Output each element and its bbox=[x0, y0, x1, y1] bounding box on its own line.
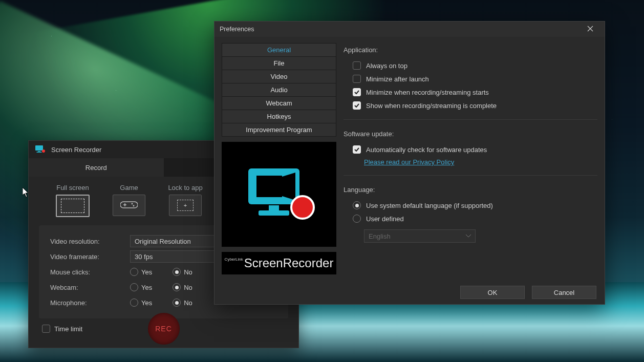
use-system-language-radio[interactable] bbox=[353, 201, 361, 209]
section-application: Application: bbox=[344, 46, 597, 54]
preferences-general-pane: Application: Always on top Minimize afte… bbox=[344, 43, 597, 274]
always-on-top-label: Always on top bbox=[366, 62, 407, 70]
auto-check-updates-label: Automatically check for software updates bbox=[366, 146, 487, 154]
section-software-update: Software update: bbox=[344, 130, 597, 138]
svg-point-3 bbox=[42, 150, 45, 153]
nav-general[interactable]: General bbox=[222, 44, 336, 57]
minimize-on-start-label: Minimize when recording/streaming starts bbox=[366, 89, 489, 96]
user-defined-language-label: User defined bbox=[366, 215, 404, 223]
svg-point-6 bbox=[132, 203, 133, 204]
svg-rect-1 bbox=[38, 151, 40, 152]
nav-hotkeys[interactable]: Hotkeys bbox=[222, 110, 336, 123]
always-on-top-checkbox[interactable] bbox=[353, 61, 361, 70]
mode-lock-to-app[interactable]: Lock to app + bbox=[165, 184, 206, 217]
nav-video[interactable]: Video bbox=[222, 70, 336, 83]
section-language: Language: bbox=[344, 186, 597, 194]
privacy-policy-link[interactable]: Please read our Privacy Policy bbox=[364, 158, 454, 166]
nav-audio[interactable]: Audio bbox=[222, 83, 336, 97]
minimize-on-start-checkbox[interactable] bbox=[353, 88, 361, 96]
svg-rect-9 bbox=[256, 176, 282, 197]
record-button[interactable]: REC bbox=[148, 313, 180, 345]
svg-point-12 bbox=[291, 196, 314, 219]
preferences-dialog: Preferences General File Video Audio Web… bbox=[214, 21, 605, 305]
product-brand-text: CyberLink ScreenRecorder bbox=[222, 252, 336, 274]
use-system-language-label: Use system default language (if supporte… bbox=[366, 202, 493, 209]
svg-rect-2 bbox=[37, 152, 42, 153]
nav-webcam[interactable]: Webcam bbox=[222, 97, 336, 110]
app-logo-icon bbox=[35, 145, 46, 154]
mode-label: Game bbox=[109, 184, 149, 191]
show-when-complete-checkbox[interactable] bbox=[353, 101, 361, 110]
mode-label: Full screen bbox=[52, 184, 93, 191]
auto-check-updates-checkbox[interactable] bbox=[353, 145, 361, 154]
microphone-no-radio[interactable]: No bbox=[173, 299, 192, 307]
gamepad-icon bbox=[120, 200, 138, 211]
webcam-label: Webcam: bbox=[50, 284, 130, 291]
user-defined-language-radio[interactable] bbox=[353, 215, 361, 223]
webcam-no-radio[interactable]: No bbox=[173, 283, 192, 291]
tab-record[interactable]: Record bbox=[29, 158, 164, 177]
preferences-nav: General File Video Audio Webcam Hotkeys … bbox=[222, 43, 336, 137]
close-button[interactable] bbox=[581, 23, 599, 35]
mouse-cursor-icon bbox=[23, 187, 30, 199]
lock-to-app-icon: + bbox=[177, 200, 194, 211]
mouseclicks-no-radio[interactable]: No bbox=[173, 268, 192, 276]
dialog-title: Preferences bbox=[220, 26, 254, 33]
resolution-label: Video resolution: bbox=[50, 238, 130, 245]
time-limit-label: Time limit bbox=[54, 325, 82, 333]
svg-rect-11 bbox=[259, 210, 289, 216]
mode-label: Lock to app bbox=[165, 184, 206, 191]
language-select[interactable]: English bbox=[364, 229, 476, 243]
svg-rect-0 bbox=[35, 145, 43, 151]
svg-point-7 bbox=[133, 205, 135, 206]
nav-improvement-program[interactable]: Improvement Program bbox=[222, 123, 336, 136]
microphone-yes-radio[interactable]: Yes bbox=[130, 299, 152, 307]
product-logo bbox=[222, 142, 336, 247]
mouseclicks-label: Mouse clicks: bbox=[50, 268, 130, 276]
show-when-complete-label: Show when recording/streaming is complet… bbox=[366, 102, 497, 110]
dialog-footer: OK Cancel bbox=[214, 281, 605, 304]
mode-game[interactable]: Game bbox=[109, 184, 149, 217]
cancel-button[interactable]: Cancel bbox=[532, 286, 596, 299]
minimize-after-launch-label: Minimize after launch bbox=[366, 75, 429, 83]
mouseclicks-yes-radio[interactable]: Yes bbox=[130, 268, 152, 276]
time-limit-checkbox[interactable]: Time limit bbox=[42, 325, 82, 333]
framerate-label: Video framerate: bbox=[50, 253, 130, 261]
minimize-after-launch-checkbox[interactable] bbox=[353, 75, 361, 83]
app-title: Screen Recorder bbox=[51, 146, 101, 154]
webcam-yes-radio[interactable]: Yes bbox=[130, 283, 152, 291]
ok-button[interactable]: OK bbox=[460, 286, 525, 299]
nav-file[interactable]: File bbox=[222, 57, 336, 70]
chevron-down-icon bbox=[466, 235, 471, 238]
microphone-label: Microphone: bbox=[50, 299, 130, 307]
fullscreen-icon bbox=[61, 199, 84, 213]
dialog-titlebar[interactable]: Preferences bbox=[214, 22, 605, 37]
close-icon bbox=[587, 26, 593, 33]
svg-rect-10 bbox=[269, 205, 279, 210]
mode-fullscreen[interactable]: Full screen bbox=[52, 184, 93, 217]
